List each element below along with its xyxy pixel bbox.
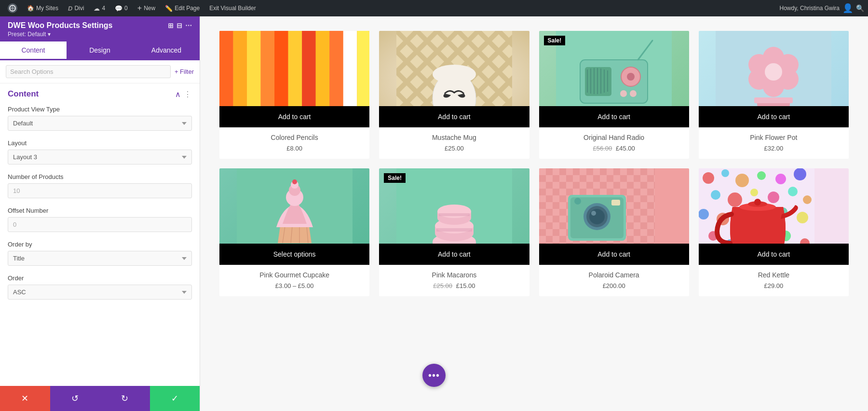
product-image-pink-macarons: Sale! <box>379 168 529 265</box>
my-sites-item[interactable]: 🏠 My Sites <box>23 0 62 16</box>
content-section-header: Content ∧ ⋮ <box>8 89 192 99</box>
svg-point-85 <box>775 174 786 184</box>
product-info-original-hand-radio: Original Hand Radio £56.00 £45.00 <box>539 127 689 159</box>
add-to-cart-macarons[interactable]: Add to cart <box>379 244 529 265</box>
product-card-red-kettle[interactable]: Add to cart Red Kettle £29.00 <box>699 168 849 296</box>
svg-point-110 <box>754 199 761 206</box>
svg-point-79 <box>574 198 581 205</box>
product-card-colored-pencils[interactable]: Add to cart Colored Pencils £8.00 <box>219 31 369 159</box>
floating-dots-button[interactable]: ••• <box>422 364 446 387</box>
tab-content[interactable]: Content <box>0 41 67 60</box>
products-grid: Add to cart Colored Pencils £8.00 <box>219 31 849 296</box>
redo-button[interactable]: ↻ <box>100 386 150 411</box>
sidebar-preset[interactable]: Preset: Default ▾ <box>8 31 192 38</box>
sidebar-footer: ✕ ↺ ↻ ✓ <box>0 386 200 411</box>
section-menu-icon[interactable]: ⋮ <box>184 90 192 99</box>
product-card-original-hand-radio[interactable]: Sale! <box>539 31 689 159</box>
product-card-pink-gourmet-cupcake[interactable]: Select options Pink Gourmet Cupcake £3.0… <box>219 168 369 296</box>
layout-select[interactable]: Layout 1 Layout 2 Layout 3 Layout 4 <box>8 150 192 164</box>
svg-rect-78 <box>611 200 620 206</box>
edit-page-item[interactable]: ✏️ Edit Page <box>161 0 203 16</box>
product-name-polaroid-camera: Polaroid Camera <box>544 271 684 279</box>
search-icon[interactable]: 🔍 <box>856 4 864 12</box>
grid-icon[interactable]: ⊟ <box>176 22 182 29</box>
add-to-cart-polaroid[interactable]: Add to cart <box>539 244 689 265</box>
sidebar-header: DWE Woo Products Settings ⊞ ⊟ ⋯ Preset: … <box>0 16 200 41</box>
comments-item[interactable]: ☁ 4 <box>90 0 109 16</box>
collapse-icon[interactable]: ∧ <box>175 90 181 99</box>
field-product-view-type: Product View Type Default Grid List <box>8 106 192 131</box>
divi-item[interactable]: D Divi <box>64 0 88 16</box>
product-name-mustache-mug: Mustache Mug <box>384 133 524 142</box>
svg-point-33 <box>630 90 637 97</box>
order-by-select[interactable]: Title Date Price Popularity <box>8 251 192 266</box>
add-to-cart-kettle[interactable]: Add to cart <box>699 244 849 265</box>
product-price-red-kettle: £29.00 <box>704 282 844 289</box>
field-offset-number: Offset Number <box>8 207 192 232</box>
product-card-polaroid-camera[interactable]: Add to cart Polaroid Camera £200.00 <box>539 168 689 296</box>
svg-point-91 <box>788 187 798 196</box>
svg-point-86 <box>794 168 806 180</box>
tab-design[interactable]: Design <box>67 41 133 60</box>
svg-point-89 <box>750 189 758 196</box>
field-label-order-by: Order by <box>8 241 192 248</box>
save-button[interactable]: ✓ <box>150 386 200 411</box>
cancel-icon: ✕ <box>21 393 28 404</box>
product-info-polaroid-camera: Polaroid Camera £200.00 <box>539 265 689 296</box>
svg-point-32 <box>620 90 627 97</box>
new-item[interactable]: + New <box>134 0 159 16</box>
product-card-pink-flower-pot[interactable]: Add to cart Pink Flower Pot £32.00 <box>699 31 849 159</box>
exit-builder-item[interactable]: Exit Visual Builder <box>205 0 260 16</box>
add-to-cart-mustache-mug[interactable]: Add to cart <box>379 106 529 127</box>
order-select[interactable]: ASC DESC <box>8 285 192 300</box>
svg-point-87 <box>711 190 720 200</box>
sidebar-title-text: DWE Woo Products Settings <box>8 21 112 30</box>
svg-point-54 <box>292 179 297 184</box>
offset-number-input[interactable] <box>8 217 192 232</box>
field-label-offset-number: Offset Number <box>8 207 192 214</box>
field-label-number-of-products: Number of Products <box>8 173 192 180</box>
select-options-cupcake[interactable]: Select options <box>219 244 369 265</box>
field-layout: Layout Layout 1 Layout 2 Layout 3 Layout… <box>8 139 192 164</box>
product-info-mustache-mug: Mustache Mug £25.00 <box>379 127 529 159</box>
search-input[interactable] <box>6 65 171 78</box>
svg-point-90 <box>768 192 779 203</box>
product-card-pink-macarons[interactable]: Sale! <box>379 168 529 296</box>
more-options-icon[interactable]: ⋯ <box>185 22 192 29</box>
number-of-products-input[interactable] <box>8 183 192 198</box>
field-label-order: Order <box>8 274 192 282</box>
sidebar-search-bar: + Filter <box>0 60 200 83</box>
svg-point-77 <box>591 211 596 216</box>
filter-button[interactable]: + Filter <box>175 68 194 75</box>
product-name-pink-macarons: Pink Macarons <box>384 271 524 279</box>
product-image-red-kettle: Add to cart <box>699 168 849 265</box>
svg-point-98 <box>797 212 808 223</box>
sale-badge-macarons: Sale! <box>384 173 406 183</box>
add-to-cart-flower-pot[interactable]: Add to cart <box>699 106 849 127</box>
responsive-icon[interactable]: ⊞ <box>168 22 174 29</box>
product-name-pink-flower-pot: Pink Flower Pot <box>704 133 844 142</box>
sale-badge-radio: Sale! <box>544 36 566 45</box>
product-view-type-select[interactable]: Default Grid List <box>8 116 192 131</box>
add-to-cart-colored-pencils[interactable]: Add to cart <box>219 106 369 127</box>
svg-point-31 <box>627 73 635 81</box>
field-order-by: Order by Title Date Price Popularity <box>8 241 192 266</box>
cancel-button[interactable]: ✕ <box>0 386 50 411</box>
product-card-mustache-mug[interactable]: Add to cart Mustache Mug £25.00 <box>379 31 529 159</box>
sidebar-title-icons: ⊞ ⊟ ⋯ <box>168 22 192 29</box>
product-image-polaroid-camera: Add to cart <box>539 168 689 265</box>
tab-advanced[interactable]: Advanced <box>133 41 200 60</box>
save-icon: ✓ <box>171 393 178 404</box>
product-price-pink-macarons: £25.00 £15.00 <box>384 282 524 289</box>
svg-point-43 <box>765 63 782 81</box>
messages-item[interactable]: 💬 0 <box>111 0 132 16</box>
add-to-cart-radio[interactable]: Add to cart <box>539 106 689 127</box>
product-name-colored-pencils: Colored Pencils <box>224 133 365 142</box>
wordpress-logo-item[interactable] <box>4 0 21 16</box>
product-price-pink-gourmet-cupcake: £3.00 – £5.00 <box>224 282 365 289</box>
redo-icon: ↻ <box>121 393 128 404</box>
product-image-mustache-mug: Add to cart <box>379 31 529 127</box>
undo-button[interactable]: ↺ <box>50 386 100 411</box>
cloud-icon: ☁ <box>94 5 100 12</box>
product-image-pink-gourmet-cupcake: Select options <box>219 168 369 265</box>
